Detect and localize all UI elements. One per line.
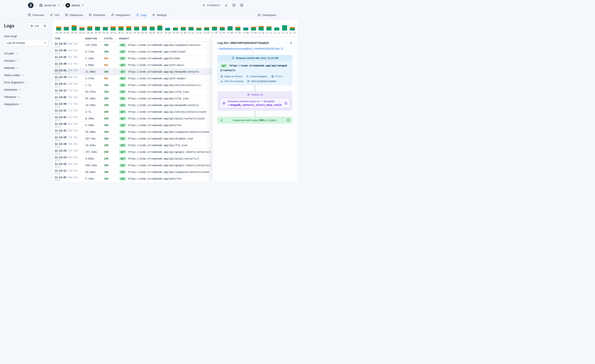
histogram-bar[interactable] bbox=[203, 22, 210, 30]
filter-item[interactable]: Error fingerprint bbox=[4, 81, 49, 84]
histogram-bar[interactable] bbox=[180, 22, 187, 30]
histogram-bar[interactable] bbox=[94, 22, 101, 30]
filters-sidebar: Logs Live Date range Last 30 minutes Url… bbox=[0, 20, 53, 182]
histogram-bar[interactable] bbox=[78, 22, 85, 30]
live-toggle-button[interactable]: Live bbox=[28, 23, 41, 29]
actions-header: Actions (1) bbox=[217, 91, 292, 98]
project-switcher[interactable]: default bbox=[65, 3, 84, 8]
histogram-tick-label: 10:54 bbox=[133, 32, 140, 34]
histogram-tick-label: 11:06 bbox=[227, 32, 234, 34]
tab-datastores[interactable]: Datastores bbox=[65, 13, 83, 17]
histogram-bar[interactable] bbox=[281, 22, 288, 30]
histogram-bar[interactable] bbox=[211, 22, 218, 30]
histogram-tick-label: 10:52 bbox=[117, 32, 124, 34]
status-value: 200 bbox=[104, 110, 108, 113]
column-header-time: TIME bbox=[55, 37, 85, 40]
view-template-link[interactable]: View template/variables bbox=[247, 80, 277, 83]
country-meta: United Kingdom bbox=[246, 75, 268, 78]
histogram-bar[interactable] bbox=[234, 22, 241, 30]
response-status-text: Responded with status 200 in 21.88ms bbox=[225, 119, 285, 122]
histogram-bar[interactable] bbox=[55, 22, 62, 30]
histogram-bar[interactable] bbox=[63, 22, 70, 30]
status-value: 200 bbox=[104, 97, 108, 100]
histogram-bar[interactable] bbox=[71, 22, 78, 30]
breadcrumb: / Acme Inc / default bbox=[28, 2, 84, 8]
expand-action-icon[interactable] bbox=[284, 102, 287, 105]
duration-cell: 19.02ms bbox=[85, 144, 104, 147]
status-value: 401 bbox=[104, 64, 108, 67]
histogram-bar[interactable] bbox=[273, 22, 280, 30]
tab-overview[interactable]: Overview bbox=[28, 13, 44, 17]
histogram-bar[interactable] bbox=[117, 22, 124, 30]
action-description: Datastore container query on bbox=[228, 100, 259, 103]
tab-urls[interactable]: Urls bbox=[50, 13, 59, 17]
time-cell: 11:14:21.264 Mar 21st bbox=[55, 82, 85, 88]
docs-book-icon[interactable] bbox=[232, 3, 236, 7]
org-switcher[interactable]: Acme Inc bbox=[39, 3, 60, 7]
histogram-bar[interactable] bbox=[156, 22, 163, 30]
histogram-bar[interactable] bbox=[266, 22, 273, 30]
histogram-bar[interactable] bbox=[258, 22, 265, 30]
list-options-button[interactable] bbox=[41, 23, 48, 29]
histogram-bar[interactable] bbox=[242, 22, 249, 30]
tab-settings[interactable]: Settings bbox=[152, 13, 167, 17]
filter-item[interactable]: Url path bbox=[4, 52, 49, 55]
feedback-button[interactable]: Feedback? bbox=[202, 4, 220, 7]
tab-developers[interactable]: Developers bbox=[257, 13, 276, 17]
histogram-bar[interactable] bbox=[289, 22, 296, 30]
action-datastore-name: MongoDB bbox=[263, 100, 275, 103]
histogram-bar[interactable] bbox=[102, 22, 109, 30]
close-icon[interactable] bbox=[290, 41, 292, 44]
time-cell: 11:13:15.665 Mar 21st bbox=[55, 163, 85, 168]
histogram-bar[interactable] bbox=[172, 22, 179, 30]
filter-item[interactable]: Domains bbox=[4, 59, 49, 62]
tab-integrations[interactable]: Integrations bbox=[111, 13, 130, 17]
histogram-bar[interactable] bbox=[227, 22, 234, 30]
column-header-duration: DURATION bbox=[85, 37, 104, 40]
account-user-icon[interactable] bbox=[240, 3, 244, 7]
request-url: https://acme.streamnode.app/api/ftp.json bbox=[128, 144, 187, 147]
histogram-bar[interactable] bbox=[219, 22, 226, 30]
chevron-down-icon bbox=[15, 52, 18, 55]
filter-item[interactable]: Integrations bbox=[4, 103, 49, 106]
feedback-label: Feedback? bbox=[207, 4, 220, 7]
action-item[interactable]: Datastore container query on MongoDB #mo… bbox=[220, 98, 290, 109]
filter-item[interactable]: Status codes bbox=[4, 74, 49, 77]
datastore-url-link[interactable]: ~/api/datastores/mongodb/url_K9vARXDkk3D… bbox=[217, 47, 292, 50]
method-badge: GET bbox=[119, 170, 126, 174]
histogram-tick-label: 11:14 bbox=[289, 32, 296, 34]
request-url: https://acme.streamnode.app/auth-basic bbox=[128, 64, 184, 67]
breadcrumb-separator: / bbox=[36, 3, 37, 7]
histogram-tick-label: 10:57 bbox=[156, 32, 163, 34]
histogram-bar[interactable] bbox=[250, 22, 257, 30]
histogram-bar[interactable] bbox=[149, 22, 156, 30]
filter-item[interactable]: Filestores bbox=[4, 95, 49, 98]
notifications-bell-icon[interactable] bbox=[224, 4, 228, 7]
status-value: 200 bbox=[104, 44, 108, 46]
filter-item[interactable]: Datastores bbox=[4, 88, 49, 91]
histogram-bar[interactable] bbox=[188, 22, 195, 30]
app-logo-icon[interactable] bbox=[28, 2, 34, 8]
request-url: https://acme.streamnode.app/api/mysql/co… bbox=[128, 117, 205, 120]
histogram-bar[interactable] bbox=[86, 22, 93, 30]
project-avatar-icon bbox=[65, 3, 70, 8]
histogram-bar[interactable] bbox=[141, 22, 148, 30]
histogram-bar[interactable] bbox=[164, 22, 171, 30]
expand-response-icon[interactable] bbox=[287, 118, 290, 122]
tab-logs[interactable]: Logs bbox=[136, 13, 147, 17]
status-value: 200 bbox=[104, 50, 108, 53]
duration-cell: 1.1s bbox=[85, 84, 104, 87]
histogram-bar[interactable] bbox=[195, 22, 203, 30]
filter-label: Integrations bbox=[4, 103, 19, 106]
histogram-bar[interactable] bbox=[110, 22, 117, 30]
histogram-bar[interactable] bbox=[125, 22, 132, 30]
status-value: 200 bbox=[104, 84, 108, 87]
time-cell: 11:13:26.388 Mar 21st bbox=[55, 143, 85, 148]
chevron-down-icon bbox=[16, 59, 19, 62]
duration-cell: 5.35ms bbox=[85, 124, 104, 127]
histogram-tick-label: 10:47 bbox=[78, 32, 85, 34]
filter-item[interactable]: Methods bbox=[4, 66, 49, 69]
histogram-bar[interactable] bbox=[133, 22, 140, 30]
date-range-select[interactable]: Last 30 minutes bbox=[4, 39, 49, 46]
tab-filestores[interactable]: Filestores bbox=[89, 13, 106, 17]
